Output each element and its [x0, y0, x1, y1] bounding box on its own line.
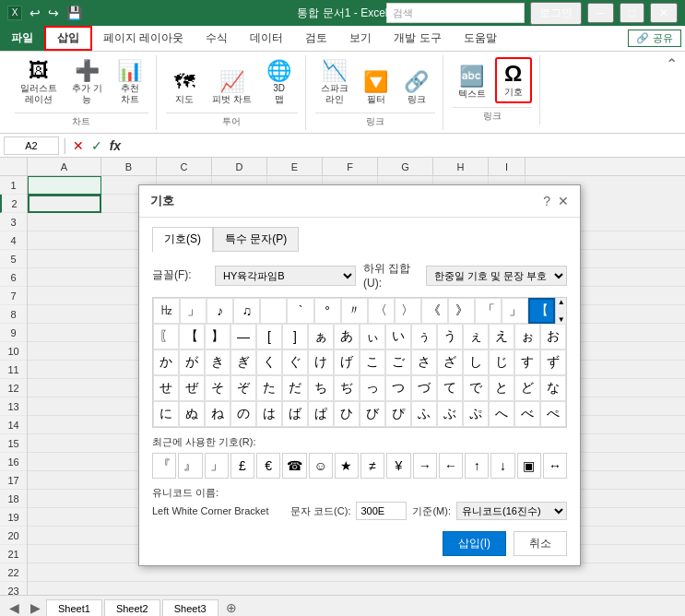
symbol-cell[interactable]: は: [256, 401, 282, 427]
filter-button[interactable]: 🔽 필터: [358, 68, 395, 109]
symbol-cell[interactable]: [: [256, 324, 282, 349]
symbol-cell[interactable]: ぷ: [463, 401, 489, 427]
col-header-f[interactable]: F: [323, 158, 378, 175]
symbol-cell[interactable]: ふ: [411, 401, 437, 427]
symbol-cell[interactable]: 」: [180, 298, 207, 324]
sheet-tab-1[interactable]: Sheet1: [46, 599, 102, 616]
maximize-button[interactable]: □: [620, 3, 644, 23]
insert-function-button[interactable]: fx: [108, 136, 123, 155]
symbol-cell[interactable]: ぉ: [514, 324, 540, 349]
symbol-dialog[interactable]: 기호 ? ✕ 기호(S) 특수 문자(P) 글꼴(F): HY육각파임B 하위 …: [138, 184, 581, 566]
symbol-cell[interactable]: つ: [385, 375, 411, 401]
add-sheet-button[interactable]: ⊕: [220, 598, 242, 616]
symbol-cell[interactable]: ぅ: [411, 324, 437, 349]
symbol-cell[interactable]: こ: [360, 349, 385, 375]
symbol-cell[interactable]: ぬ: [179, 401, 205, 427]
symbol-cell[interactable]: 【: [179, 324, 205, 349]
sparkline-button[interactable]: 📉 스파크라인: [315, 57, 354, 109]
search-box[interactable]: 검색: [386, 3, 525, 23]
recent-symbol[interactable]: ☺: [309, 453, 333, 479]
col-header-d[interactable]: D: [212, 158, 267, 175]
symbol-cell[interactable]: ぐ: [282, 349, 308, 375]
symbol-cell[interactable]: ず: [540, 349, 566, 375]
col-header-g[interactable]: G: [378, 158, 433, 175]
col-header-b[interactable]: B: [101, 158, 157, 175]
recent-symbol[interactable]: ←: [439, 453, 463, 479]
symbol-cell[interactable]: ぎ: [230, 349, 256, 375]
symbol-cell[interactable]: 〃: [341, 298, 368, 324]
symbol-cell[interactable]: き: [205, 349, 230, 375]
symbol-cell[interactable]: 〉: [395, 298, 421, 324]
recent-symbol[interactable]: ↔: [543, 453, 567, 479]
symbol-cell[interactable]: ぜ: [179, 375, 205, 401]
tab-data[interactable]: 데이터: [239, 26, 294, 51]
symbol-cell[interactable]: け: [308, 349, 334, 375]
tab-page-layout[interactable]: 페이지 레이아웃: [92, 26, 195, 51]
col-header-h[interactable]: H: [433, 158, 489, 175]
share-button[interactable]: 🔗공유: [628, 30, 681, 47]
recent-symbol[interactable]: £: [230, 453, 254, 479]
symbol-cell[interactable]: て: [437, 375, 463, 401]
symbol-cell[interactable]: ぇ: [463, 324, 489, 349]
scroll-tabs-left[interactable]: ◀: [4, 598, 25, 616]
symbol-cell[interactable]: た: [256, 375, 282, 401]
symbol-cell[interactable]: `: [287, 298, 313, 324]
symbol-cell[interactable]: ざ: [437, 349, 463, 375]
symbol-cell[interactable]: う: [437, 324, 463, 349]
col-header-e[interactable]: E: [267, 158, 323, 175]
symbol-cell[interactable]: ぶ: [437, 401, 463, 427]
scroll-tabs-right[interactable]: ▶: [25, 598, 46, 616]
char-code-input[interactable]: [356, 502, 407, 520]
col-header-i[interactable]: I: [489, 158, 526, 175]
symbol-cell[interactable]: ば: [282, 401, 308, 427]
symbol-cell[interactable]: ぞ: [230, 375, 256, 401]
symbol-cell[interactable]: ♫: [233, 298, 260, 324]
symbol-cell[interactable]: じ: [489, 349, 514, 375]
symbol-cell[interactable]: ぺ: [540, 401, 566, 427]
symbol-cell[interactable]: 〈: [368, 298, 395, 324]
undo-button[interactable]: ↩: [28, 4, 42, 22]
symbol-cell[interactable]: か: [153, 349, 179, 375]
symbol-cell[interactable]: と: [489, 375, 514, 401]
cancel-edit-button[interactable]: ✕: [71, 136, 86, 155]
symbol-cell[interactable]: ひ: [334, 401, 360, 427]
symbol-cell[interactable]: の: [230, 401, 256, 427]
3d-map-button[interactable]: 🌐 3D맵: [261, 57, 298, 109]
symbol-cell[interactable]: ぱ: [308, 401, 334, 427]
text-button[interactable]: 🔤 텍스트: [453, 63, 491, 103]
symbol-cell[interactable]: ♪: [207, 298, 233, 324]
dialog-help-button[interactable]: ?: [543, 194, 550, 208]
symbol-cell[interactable]: な: [540, 375, 566, 401]
recent-symbol[interactable]: ▣: [517, 453, 541, 479]
recent-symbol[interactable]: ↑: [465, 453, 489, 479]
cell-a1[interactable]: [28, 176, 101, 195]
symbol-button[interactable]: Ω 기호: [495, 57, 532, 103]
tab-help[interactable]: 도움말: [453, 26, 508, 51]
recent-symbol[interactable]: ¥: [386, 453, 410, 479]
confirm-edit-button[interactable]: ✓: [89, 136, 104, 155]
recent-symbol[interactable]: 『: [152, 453, 176, 479]
symbol-cell[interactable]: ゞ: [260, 298, 287, 324]
col-header-c[interactable]: C: [157, 158, 212, 175]
sheet-tab-2[interactable]: Sheet2: [104, 599, 160, 616]
symbol-cell[interactable]: す: [514, 349, 540, 375]
illustration-button[interactable]: 🖼 일러스트레이션: [15, 57, 63, 109]
symbol-cell[interactable]: ぁ: [308, 324, 334, 349]
symbol-cell[interactable]: ]: [282, 324, 308, 349]
symbol-cell[interactable]: 」: [502, 298, 528, 324]
symbol-cell[interactable]: ど: [514, 375, 540, 401]
cancel-button[interactable]: 취소: [514, 531, 567, 556]
collapse-ribbon[interactable]: ⌃: [666, 55, 678, 77]
recent-symbol[interactable]: →: [413, 453, 437, 479]
symbol-cell[interactable]: く: [256, 349, 282, 375]
recent-symbol[interactable]: ≠: [360, 453, 384, 479]
insert-button[interactable]: 삽입(I): [443, 531, 506, 556]
recent-symbol[interactable]: ☎: [282, 453, 306, 479]
symbol-cell[interactable]: お: [540, 324, 566, 349]
symbol-cell[interactable]: に: [153, 401, 179, 427]
symbol-cell[interactable]: —: [230, 324, 256, 349]
symbol-cell[interactable]: ご: [385, 349, 411, 375]
symbol-cell[interactable]: せ: [153, 375, 179, 401]
tab-review[interactable]: 검토: [294, 26, 338, 51]
tab-insert[interactable]: 삽입: [44, 26, 92, 51]
